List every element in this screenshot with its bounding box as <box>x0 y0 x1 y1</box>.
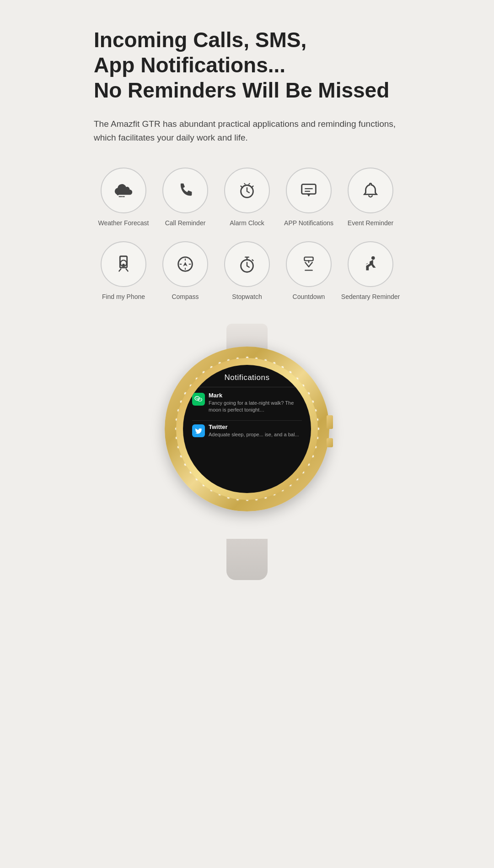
icon-item-compass: Compass <box>156 241 215 301</box>
icon-item-weather-forecast: Weather Forecast <box>94 168 153 227</box>
wechat-icon <box>192 393 205 406</box>
icon-circle-call <box>162 168 208 213</box>
alarm-icon <box>236 180 258 201</box>
icon-item-alarm-clock: Alarm Clock <box>217 168 277 227</box>
watch-container: Notifications <box>142 324 352 580</box>
icon-label-alarm-clock: Alarm Clock <box>230 219 264 227</box>
icon-item-event-reminder: Event Reminder <box>341 168 400 227</box>
twitter-icon <box>192 424 205 437</box>
icon-label-call-reminder: Call Reminder <box>165 219 206 227</box>
icon-label-weather-forecast: Weather Forecast <box>98 219 149 227</box>
watch-screen-divider <box>192 387 302 387</box>
icon-circle-notifications <box>286 168 332 213</box>
watch-face: Notifications <box>183 365 311 493</box>
icon-item-sedentary-reminder: Sedentary Reminder <box>341 241 400 301</box>
svg-point-14 <box>199 399 200 400</box>
icon-item-app-notifications: APP Notifications <box>279 168 338 227</box>
headline-line2: App Notifications... <box>94 53 285 77</box>
icon-label-find-my-phone: Find my Phone <box>102 293 145 301</box>
notif-twitter-content: Twitter Adequate sleep, prope... ise, an… <box>209 423 302 438</box>
notif-wechat-content: Mark Fancy going for a late-night walk? … <box>209 392 302 414</box>
watch-crown-button-2[interactable] <box>327 438 333 447</box>
sedentary-icon <box>360 254 381 275</box>
svg-point-9 <box>371 256 375 260</box>
watch-inner-bezel: Notifications <box>176 358 318 500</box>
icon-circle-findphone <box>101 241 146 287</box>
icon-item-stopwatch: Stopwatch <box>217 241 277 301</box>
findphone-icon <box>113 254 134 275</box>
headline-line1: Incoming Calls, SMS, <box>94 28 306 52</box>
icon-circle-countdown <box>286 241 332 287</box>
icon-item-countdown: Countdown <box>279 241 338 301</box>
icons-row-1: Weather Forecast Call Reminder <box>94 168 400 227</box>
notification-divider <box>192 420 302 421</box>
icon-label-compass: Compass <box>172 293 199 301</box>
bell-icon <box>360 180 381 201</box>
countdown-icon <box>298 254 319 275</box>
subtitle: The Amazfit GTR has abundant practical a… <box>94 117 400 145</box>
icons-row-2: Find my Phone Compass <box>94 241 400 301</box>
icon-item-find-my-phone: Find my Phone <box>94 241 153 301</box>
svg-point-11 <box>196 398 197 399</box>
notif-twitter-text: Adequate sleep, prope... ise, and a bal.… <box>209 431 302 438</box>
stopwatch-icon <box>236 254 258 275</box>
watch-band-bottom <box>226 539 268 580</box>
notification-twitter: Twitter Adequate sleep, prope... ise, an… <box>192 423 302 438</box>
watch-screen-title: Notifications <box>224 373 269 382</box>
icon-label-stopwatch: Stopwatch <box>232 293 262 301</box>
icon-circle-alarm <box>224 168 270 213</box>
page-wrapper: Incoming Calls, SMS, App Notifications..… <box>59 0 435 626</box>
icons-section: Weather Forecast Call Reminder <box>94 168 400 300</box>
icon-circle-compass <box>162 241 208 287</box>
notification-msg-icon <box>298 180 319 201</box>
notification-wechat: Mark Fancy going for a late-night walk? … <box>192 392 302 414</box>
icon-circle-stopwatch <box>224 241 270 287</box>
compass-icon <box>175 254 196 275</box>
icon-circle-weather <box>101 168 146 213</box>
icon-label-countdown: Countdown <box>293 293 325 301</box>
headline-line3: No Reminders Will Be Missed <box>94 78 389 102</box>
watch-crown-button[interactable] <box>327 415 333 429</box>
icon-item-call-reminder: Call Reminder <box>156 168 215 227</box>
notif-wechat-text: Fancy going for a late-night walk? The m… <box>209 400 302 414</box>
icon-label-event-reminder: Event Reminder <box>348 219 393 227</box>
svg-point-7 <box>247 257 248 259</box>
watch-outer-bezel: Notifications <box>165 347 329 511</box>
headline: Incoming Calls, SMS, App Notifications..… <box>94 27 400 103</box>
notif-twitter-sender: Twitter <box>209 423 302 430</box>
icon-circle-event <box>348 168 393 213</box>
phone-icon <box>175 180 196 201</box>
icon-circle-sedentary <box>348 241 393 287</box>
icon-label-app-notifications: APP Notifications <box>284 219 333 227</box>
icon-label-sedentary-reminder: Sedentary Reminder <box>341 293 400 301</box>
notif-wechat-sender: Mark <box>209 392 302 399</box>
watch-section: Notifications <box>94 324 400 598</box>
svg-point-15 <box>200 399 201 400</box>
cloud-icon <box>113 180 134 201</box>
